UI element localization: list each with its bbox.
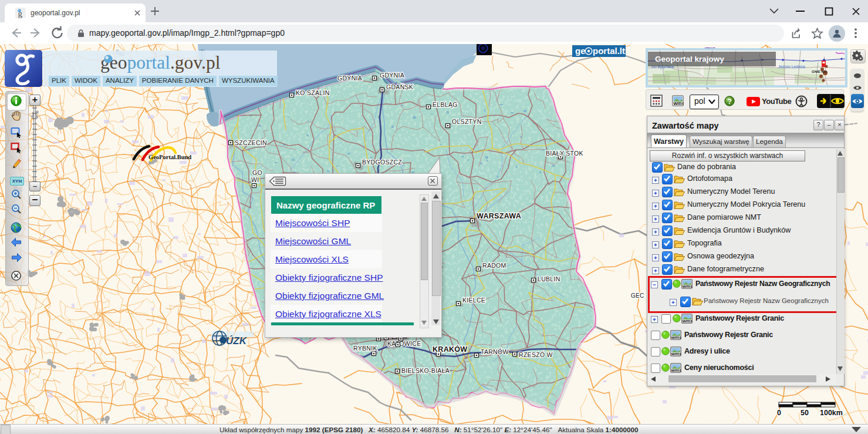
svg-text:GDYNIA: GDYNIA	[337, 75, 362, 82]
svg-text:RADOM: RADOM	[482, 262, 506, 269]
svg-text:GeoPortal.Bund: GeoPortal.Bund	[148, 154, 191, 160]
svg-text:wms: wms	[673, 100, 684, 106]
svg-text:BYDGOSZCZ: BYDGOSZCZ	[362, 159, 402, 166]
svg-text:BIELSKO-BIAŁA: BIELSKO-BIAŁA	[401, 367, 450, 374]
svg-text:ÚZK: ÚZK	[226, 335, 248, 346]
svg-text:KIELCE: KIELCE	[462, 297, 485, 304]
svg-text:TARNÓW: TARNÓW	[481, 348, 509, 355]
svg-text:KATOWICE: KATOWICE	[387, 340, 421, 347]
svg-text:LUBLIN: LUBLIN	[538, 275, 560, 282]
svg-text:KRAKÓW: KRAKÓW	[433, 345, 467, 354]
svg-text:ge: ge	[575, 46, 586, 56]
svg-text:GEC: GEC	[631, 292, 644, 299]
svg-text:OLSZTYN: OLSZTYN	[452, 118, 482, 125]
svg-text:RYBNIK: RYBNIK	[353, 345, 377, 352]
svg-text:wms: wms	[671, 335, 681, 340]
svg-text:WI: WI	[251, 176, 259, 183]
svg-text:SZCZECIN: SZCZECIN	[235, 139, 267, 146]
svg-text:RZESZÓ W: RZESZÓ W	[519, 351, 553, 358]
svg-text:ELBLĄG: ELBLĄG	[433, 101, 458, 108]
svg-text:portal.lt: portal.lt	[593, 46, 625, 56]
svg-text:100km: 100km	[820, 409, 843, 417]
svg-text:BIAŁY STOK: BIAŁY STOK	[546, 150, 583, 157]
svg-text:GDAŃSK: GDAŃSK	[386, 83, 413, 90]
svg-text:GNIE NO: GNIE NO	[812, 70, 827, 73]
svg-text:Geoportal krajowy: Geoportal krajowy	[655, 55, 724, 63]
svg-text:KO SZALIN: KO SZALIN	[296, 89, 330, 96]
svg-text:0: 0	[777, 409, 781, 417]
svg-text:wms: wms	[671, 368, 681, 373]
svg-text:Jezioro Lednica: Jezioro Lednica	[778, 65, 805, 69]
svg-text:GO: GO	[252, 169, 262, 176]
svg-text:wms: wms	[682, 318, 693, 324]
svg-text:wms: wms	[671, 351, 681, 356]
svg-text:50: 50	[801, 409, 809, 417]
svg-text:?: ?	[728, 97, 732, 106]
svg-text:WARSZAWA: WARSZAWA	[477, 212, 521, 220]
svg-text:GDYNIA: GDYNIA	[380, 72, 404, 79]
